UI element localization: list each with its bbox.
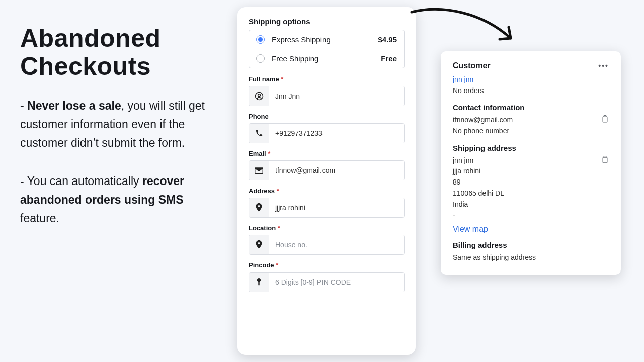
phone-input[interactable] (269, 124, 404, 143)
fullname-input[interactable] (269, 86, 404, 106)
customer-card: Customer ••• jnn jnn No orders Contact i… (441, 51, 621, 275)
pincode-input[interactable] (269, 273, 404, 292)
location-icon (249, 235, 269, 254)
billing-address-title: Billing address (453, 241, 609, 249)
ship-line: jnn jnn (453, 155, 504, 166)
shipping-options-header: Shipping options (249, 17, 405, 26)
copy-email-button[interactable] (601, 115, 609, 123)
radio-icon (256, 35, 265, 44)
pin-icon (249, 273, 269, 292)
paragraph-1: - Never lose a sale, you will still get … (20, 97, 221, 152)
svg-rect-2 (603, 117, 607, 123)
paragraph-2-lead: - You can automatically (20, 174, 142, 188)
paragraph-2: - You can automatically recover abandone… (20, 172, 221, 227)
shipping-option-express[interactable]: Express Shipping $4.95 (249, 30, 404, 49)
customer-email-link[interactable]: tfnnow@gmail.com (453, 115, 513, 126)
field-address: Address * (249, 187, 405, 218)
user-icon (249, 86, 269, 106)
ship-line: - (453, 210, 504, 221)
phone-icon (249, 124, 269, 143)
field-label: Email * (249, 150, 405, 157)
svg-rect-3 (603, 157, 607, 163)
ship-line: 89 (453, 177, 504, 188)
ship-line: India (453, 199, 504, 210)
ship-line: 110065 delhi DL (453, 188, 504, 199)
shipping-option-price: Free (381, 54, 397, 63)
arrow-illustration (408, 7, 538, 55)
shipping-address-title: Shipping address (453, 144, 609, 152)
shipping-option-name: Free Shipping (272, 54, 374, 63)
field-label: Phone (249, 113, 405, 120)
shipping-options-box: Express Shipping $4.95 Free Shipping Fre… (249, 30, 405, 68)
marketing-copy: Abandoned Checkouts - Never lose a sale,… (20, 24, 221, 248)
no-phone: No phone number (453, 126, 609, 137)
field-label: Location * (249, 224, 405, 232)
customer-card-title: Customer (453, 61, 491, 70)
paragraph-1-lead: - Never lose a sale (20, 99, 121, 112)
address-input[interactable] (269, 198, 404, 217)
shipping-option-name: Express Shipping (272, 35, 371, 44)
field-location: Location * (249, 224, 405, 255)
field-fullname: Full name * (249, 75, 405, 106)
radio-icon (256, 54, 265, 63)
field-email: Email * (249, 150, 405, 180)
field-label: Address * (249, 187, 405, 195)
location-input[interactable] (269, 235, 404, 254)
view-map-link[interactable]: View map (453, 225, 488, 234)
copy-address-button[interactable] (601, 155, 609, 164)
more-button[interactable]: ••• (598, 62, 609, 70)
mail-icon (249, 161, 269, 180)
contact-info-title: Contact information (453, 103, 609, 112)
email-input[interactable] (269, 161, 404, 180)
shipping-option-free[interactable]: Free Shipping Free (249, 49, 404, 68)
customer-orders: No orders (453, 85, 609, 97)
field-label: Full name * (249, 75, 405, 83)
ship-line: jjja rohini (453, 166, 504, 177)
svg-point-1 (258, 94, 260, 97)
shipping-option-price: $4.95 (378, 35, 397, 44)
billing-address-line: Same as shipping address (453, 252, 609, 263)
field-label: Pincode * (249, 261, 405, 269)
checkout-form-card: Shipping options Express Shipping $4.95 … (237, 7, 416, 355)
location-icon (249, 198, 269, 217)
customer-name-link[interactable]: jnn jnn (453, 75, 473, 83)
headline: Abandoned Checkouts (20, 24, 221, 80)
shipping-address-block: jnn jnn jjja rohini 89 110065 delhi DL I… (453, 155, 504, 221)
field-pincode: Pincode * (249, 261, 405, 292)
paragraph-2-rest: feature. (20, 212, 59, 225)
field-phone: Phone (249, 113, 405, 143)
